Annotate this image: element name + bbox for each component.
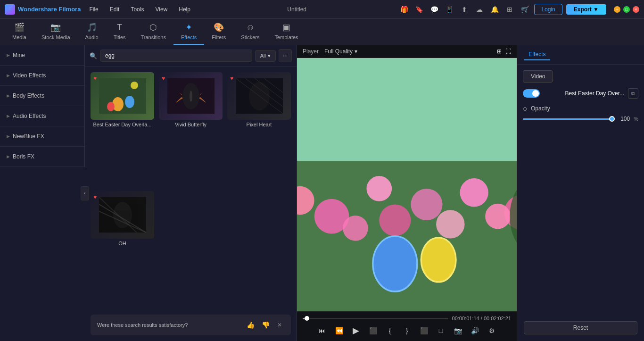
feedback-close-button[interactable]: ✕ [275,320,284,330]
stop-button[interactable]: ⬛ [366,324,380,337]
app-logo: F Wondershare Filmora [5,4,81,15]
bookmark-icon[interactable]: 🔖 [413,4,425,15]
filter-chevron-icon: ▾ [268,53,271,59]
close-button[interactable]: × [633,6,639,13]
feedback-text: Were these search results satisfactory? [97,322,241,328]
fullscreen-icon[interactable]: ⛶ [505,48,511,55]
speech-icon[interactable]: 💬 [429,4,440,15]
progress-bar: 00:00:01:14 / 00:02:02:21 [303,316,511,321]
nav-tabs: 🎬 Media 📷 Stock Media 🎵 Audio T Titles ⬡… [0,19,644,45]
gift-icon[interactable]: 🎁 [398,4,410,15]
left-item-video-effects[interactable]: ▶ Video Effects [0,68,84,83]
cart-icon[interactable]: 🛒 [519,4,530,15]
opacity-dot[interactable] [609,116,615,122]
bell-icon[interactable]: 🔔 [489,4,500,15]
grid-view-icon[interactable]: ⊞ [497,48,502,55]
heart-icon-easter: ♥ [93,75,97,82]
export-button[interactable]: Export ▼ [566,4,606,15]
left-item-mine[interactable]: ▶ Mine [0,48,84,62]
more-options-button[interactable]: ··· [279,49,292,62]
in-point-button[interactable]: { [383,324,396,337]
tab-templates[interactable]: ▣ Templates [267,18,305,45]
tab-audio[interactable]: 🎵 Audio [78,18,106,45]
login-button[interactable]: Login [534,4,562,15]
quality-value: Full Quality [324,48,353,55]
left-panel: ▶ Mine ▶ Video Effects ▶ Body Effects ▶ [0,45,85,341]
tab-filters-label: Filters [212,34,226,40]
snapshot-button[interactable]: 📷 [451,324,464,337]
video-tab-button[interactable]: Video [523,70,553,83]
progress-track[interactable] [303,318,448,319]
step-back-button[interactable]: ⏪ [332,324,346,337]
effect-card-pixel-heart[interactable]: ♥ Pixel Heart [227,72,291,186]
effect-toggle[interactable] [523,89,540,98]
menu-help[interactable]: Help [174,4,195,15]
play-button[interactable]: ▶ [349,324,363,337]
tab-stickers-label: Stickers [241,34,259,40]
percent-sign: % [634,116,638,122]
effect-card-oh[interactable]: ♥ OH [91,191,154,305]
player-controls: 00:00:01:14 / 00:02:02:21 ⏮ ⏪ ▶ ⬛ { } ⬛ … [297,311,517,341]
left-section-video-effects: ▶ Video Effects [0,66,84,86]
thumbs-down-button[interactable]: 👎 [260,319,271,331]
effect-name-pixel-heart: Pixel Heart [227,122,291,127]
phone-icon[interactable]: 📱 [444,4,455,15]
minimize-button[interactable]: − [614,6,620,13]
thumbs-up-button[interactable]: 👍 [245,319,256,331]
audio-effects-label: Audio Effects [13,113,46,119]
left-item-audio-effects[interactable]: ▶ Audio Effects [0,109,84,123]
menu-tools[interactable]: Tools [126,4,149,15]
search-input[interactable] [100,50,252,62]
left-item-boris[interactable]: ▶ Boris FX [0,150,84,164]
left-item-newblue[interactable]: ▶ NewBlue FX [0,129,84,143]
tab-filters[interactable]: 🎨 Filters [204,18,233,45]
tab-titles[interactable]: T Titles [106,19,133,45]
body-effects-label: Body Effects [13,92,44,99]
tab-media[interactable]: 🎬 Media [5,18,34,45]
diamond-icon: ◇ [523,105,527,112]
quality-chevron-icon: ▾ [355,48,357,55]
tab-transitions[interactable]: ⬡ Transitions [133,18,173,45]
menu-file[interactable]: File [84,4,103,15]
tab-effects[interactable]: ✦ Effects [173,18,204,45]
heart-icon-pixel: ♥ [230,75,233,82]
right-tab-effects[interactable]: Effects [524,49,550,60]
more-button[interactable]: ⚙ [485,324,498,337]
effect-applied-name: Best Easter Day Over... [565,90,624,97]
main-area: ▶ Mine ▶ Video Effects ▶ Body Effects ▶ [0,45,644,341]
effect-card-easter[interactable]: ♥ Best Easter Day Overla... [91,72,154,186]
tab-titles-label: Titles [114,34,126,40]
menu-view[interactable]: View [150,4,172,15]
titles-icon: T [117,23,122,33]
svg-point-30 [436,210,464,238]
left-item-body-effects[interactable]: ▶ Body Effects [0,89,84,103]
quality-select[interactable]: Full Quality ▾ [324,48,357,55]
pip-button[interactable]: □ [434,324,447,337]
boris-label: Boris FX [13,153,34,160]
apps-icon[interactable]: ⊞ [504,4,515,15]
skip-back-button[interactable]: ⏮ [315,324,329,337]
menu-edit[interactable]: Edit [105,4,124,15]
audio-button[interactable]: 🔊 [468,324,481,337]
opacity-slider[interactable] [523,118,612,120]
maximize-button[interactable]: □ [623,6,630,13]
reset-button[interactable]: Reset [524,321,637,334]
tab-effects-label: Effects [181,34,197,40]
out-point-button[interactable]: } [400,324,413,337]
left-section-mine: ▶ Mine [0,45,84,66]
progress-dot[interactable] [305,316,309,321]
effects-grid: ♥ Best Easter Day Overla... ♥ [85,67,297,311]
video-effects-arrow: ▶ [7,73,10,78]
filter-dropdown[interactable]: All ▾ [255,50,276,62]
heart-icon-butterfly: ♥ [162,75,165,82]
effect-card-butterfly[interactable]: ♥ Vivid Butterfly [159,72,223,186]
svg-point-31 [485,204,511,229]
tab-stickers[interactable]: ☺ Stickers [233,19,267,45]
copy-effect-button[interactable]: ⧉ [628,88,638,99]
share-icon[interactable]: ⬆ [459,4,470,15]
cloud-icon[interactable]: ☁ [474,4,485,15]
add-to-timeline-button[interactable]: ⬛ [417,324,430,337]
collapse-panel-button[interactable]: ‹ [81,186,89,200]
tab-stock-media[interactable]: 📷 Stock Media [34,18,78,45]
svg-point-2 [125,96,134,108]
